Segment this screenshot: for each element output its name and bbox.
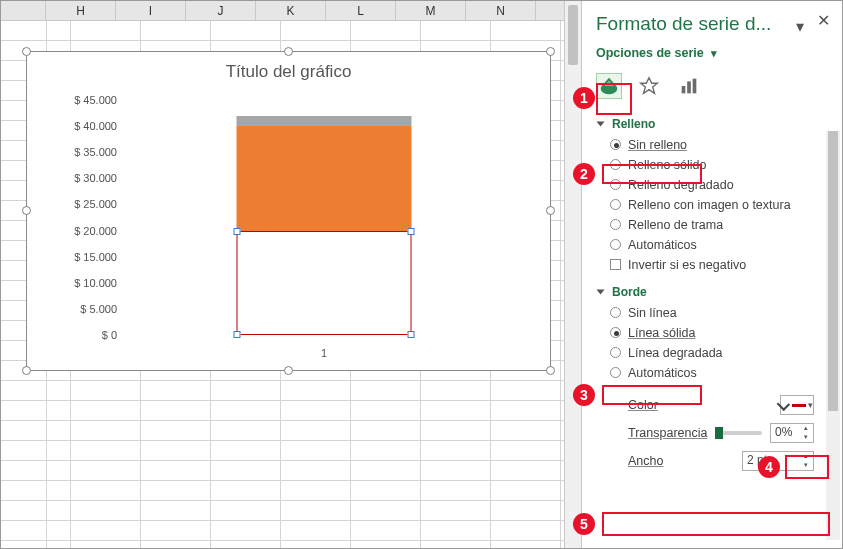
chart-resize-handle[interactable] bbox=[546, 366, 555, 375]
y-tick-label: $ 10.000 bbox=[57, 277, 117, 289]
col-l[interactable]: L bbox=[326, 1, 396, 20]
series-segment[interactable] bbox=[237, 116, 412, 126]
y-tick-label: $ 0 bbox=[57, 329, 117, 341]
transparency-input[interactable]: 0% ▴▾ bbox=[770, 423, 814, 443]
effects-tab[interactable] bbox=[636, 73, 662, 99]
border-width-label: Ancho bbox=[628, 454, 734, 468]
y-tick-label: $ 20.000 bbox=[57, 225, 117, 237]
border-color-picker[interactable]: ▾ bbox=[780, 395, 814, 415]
col-m[interactable]: M bbox=[396, 1, 466, 20]
fill-auto-radio[interactable]: Automáticos bbox=[582, 235, 842, 255]
svg-rect-1 bbox=[682, 86, 686, 93]
sheet-scrollbar[interactable] bbox=[564, 1, 582, 548]
y-tick-label: $ 45.000 bbox=[57, 94, 117, 106]
transparency-slider[interactable] bbox=[715, 431, 762, 435]
pane-category-tabs bbox=[582, 67, 842, 113]
spinner[interactable]: ▴▾ bbox=[800, 452, 812, 470]
col-k[interactable]: K bbox=[256, 1, 326, 20]
col-i[interactable]: I bbox=[116, 1, 186, 20]
chevron-down-icon: ▾ bbox=[711, 47, 717, 59]
worksheet[interactable]: H I J K L M N O Título del gráfico $ 0$ … bbox=[1, 1, 564, 548]
x-category-label[interactable]: 1 bbox=[127, 347, 521, 359]
fill-pattern-radio[interactable]: Relleno de trama bbox=[582, 215, 842, 235]
series-options-tab[interactable] bbox=[676, 73, 702, 99]
chevron-down-icon: ▾ bbox=[808, 400, 813, 410]
border-gradient-radio[interactable]: Línea degradada bbox=[582, 343, 842, 363]
scrollbar-thumb[interactable] bbox=[828, 131, 838, 411]
pen-icon bbox=[777, 398, 790, 411]
fill-gradient-radio[interactable]: Relleno degradado bbox=[582, 175, 842, 195]
fill-none-radio[interactable]: Sin relleno bbox=[582, 135, 842, 155]
chart-resize-handle[interactable] bbox=[284, 366, 293, 375]
y-tick-label: $ 5.000 bbox=[57, 303, 117, 315]
chart-title[interactable]: Título del gráfico bbox=[27, 52, 550, 82]
series-segment-selected[interactable] bbox=[237, 231, 412, 335]
stacked-bar[interactable] bbox=[237, 116, 412, 335]
column-headers: H I J K L M N O bbox=[1, 1, 564, 21]
series-options-dropdown[interactable]: Opciones de serie ▾ bbox=[596, 46, 717, 60]
svg-rect-2 bbox=[687, 81, 691, 93]
transparency-label: Transparencia bbox=[628, 426, 707, 440]
spinner[interactable]: ▴▾ bbox=[800, 424, 812, 442]
chart-resize-handle[interactable] bbox=[546, 206, 555, 215]
border-solid-radio[interactable]: Línea sólida bbox=[582, 323, 842, 343]
fill-solid-radio[interactable]: Relleno sólido bbox=[582, 155, 842, 175]
chart-resize-handle[interactable] bbox=[22, 366, 31, 375]
pane-scrollbar[interactable] bbox=[826, 131, 840, 540]
plot-area[interactable]: $ 0$ 5.000$ 10.000$ 15.000$ 20.000$ 25.0… bbox=[57, 100, 527, 335]
chart-resize-handle[interactable] bbox=[22, 47, 31, 56]
chart-resize-handle[interactable] bbox=[284, 47, 293, 56]
col-n[interactable]: N bbox=[466, 1, 536, 20]
invert-if-negative-checkbox[interactable]: Invertir si es negativo bbox=[582, 255, 842, 275]
scrollbar-thumb[interactable] bbox=[568, 5, 578, 65]
y-tick-label: $ 35.000 bbox=[57, 146, 117, 158]
y-tick-label: $ 25.000 bbox=[57, 198, 117, 210]
series-segment[interactable] bbox=[237, 126, 412, 230]
fill-and-line-tab[interactable] bbox=[596, 73, 622, 99]
y-tick-label: $ 30.000 bbox=[57, 172, 117, 184]
col-j[interactable]: J bbox=[186, 1, 256, 20]
border-none-radio[interactable]: Sin línea bbox=[582, 303, 842, 323]
color-swatch-bar bbox=[792, 404, 806, 407]
fill-section-header[interactable]: Relleno bbox=[582, 113, 842, 135]
svg-rect-3 bbox=[693, 79, 697, 94]
y-tick-label: $ 15.000 bbox=[57, 251, 117, 263]
border-width-input[interactable]: 2 pt ▴▾ bbox=[742, 451, 814, 471]
pane-title-dropdown-icon[interactable]: ▾ bbox=[796, 17, 804, 36]
border-auto-radio[interactable]: Automáticos bbox=[582, 363, 842, 383]
y-axis[interactable]: $ 0$ 5.000$ 10.000$ 15.000$ 20.000$ 25.0… bbox=[57, 100, 125, 335]
format-series-pane: Formato de serie d... ▾ ✕ Opciones de se… bbox=[582, 1, 842, 548]
pane-close-button[interactable]: ✕ bbox=[817, 11, 830, 30]
chart-resize-handle[interactable] bbox=[22, 206, 31, 215]
y-tick-label: $ 40.000 bbox=[57, 120, 117, 132]
border-section-header[interactable]: Borde bbox=[582, 281, 842, 303]
series-options-label: Opciones de serie bbox=[596, 46, 704, 60]
chart-resize-handle[interactable] bbox=[546, 47, 555, 56]
col-h[interactable]: H bbox=[46, 1, 116, 20]
fill-picture-radio[interactable]: Relleno con imagen o textura bbox=[582, 195, 842, 215]
svg-marker-0 bbox=[641, 78, 658, 94]
slider-knob[interactable] bbox=[715, 427, 723, 439]
embedded-chart[interactable]: Título del gráfico $ 0$ 5.000$ 10.000$ 1… bbox=[26, 51, 551, 371]
border-color-label: Color bbox=[628, 398, 772, 412]
